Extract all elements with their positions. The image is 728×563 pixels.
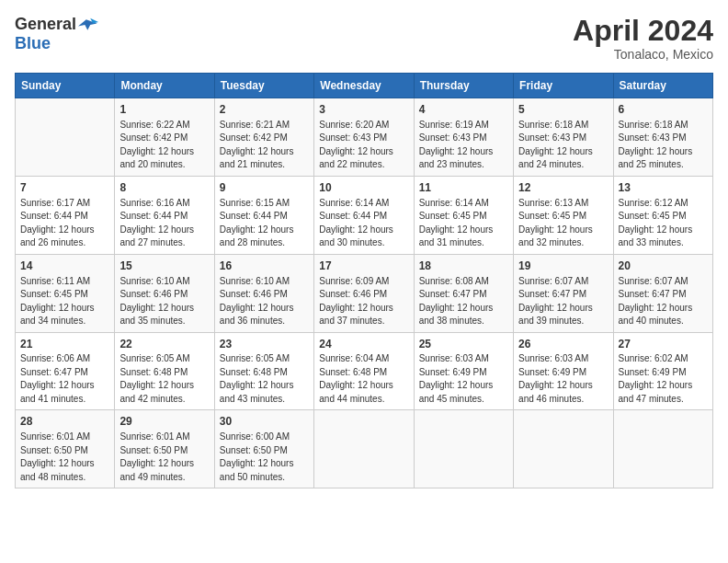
day-number: 10 [319, 180, 408, 196]
day-number: 7 [20, 180, 109, 196]
calendar-cell: 4Sunrise: 6:19 AMSunset: 6:43 PMDaylight… [414, 98, 513, 177]
calendar-cell: 26Sunrise: 6:03 AMSunset: 6:49 PMDayligh… [514, 332, 613, 410]
day-info: Sunrise: 6:11 AMSunset: 6:45 PMDaylight:… [20, 275, 109, 328]
logo-general: General [15, 16, 76, 34]
day-info: Sunrise: 6:03 AMSunset: 6:49 PMDaylight:… [518, 352, 608, 406]
day-info: Sunrise: 6:18 AMSunset: 6:43 PMDaylight:… [619, 119, 708, 172]
calendar-cell [16, 98, 115, 177]
calendar-cell: 18Sunrise: 6:08 AMSunset: 6:47 PMDayligh… [414, 254, 513, 332]
calendar-cell: 22Sunrise: 6:05 AMSunset: 6:48 PMDayligh… [115, 332, 214, 410]
calendar-cell: 17Sunrise: 6:09 AMSunset: 6:46 PMDayligh… [314, 254, 414, 332]
calendar-cell: 29Sunrise: 6:01 AMSunset: 6:50 PMDayligh… [115, 410, 214, 488]
calendar-cell: 6Sunrise: 6:18 AMSunset: 6:43 PMDaylight… [613, 98, 712, 177]
day-number: 2 [220, 102, 309, 118]
day-info: Sunrise: 6:22 AMSunset: 6:42 PMDaylight:… [119, 119, 209, 172]
day-info: Sunrise: 6:14 AMSunset: 6:45 PMDaylight:… [419, 197, 508, 250]
day-info: Sunrise: 6:10 AMSunset: 6:46 PMDaylight:… [119, 275, 209, 328]
calendar-header-row: SundayMondayTuesdayWednesdayThursdayFrid… [16, 74, 713, 98]
day-info: Sunrise: 6:09 AMSunset: 6:46 PMDaylight:… [319, 275, 408, 328]
day-number: 8 [119, 180, 209, 196]
day-number: 29 [119, 414, 209, 430]
col-header-friday: Friday [514, 74, 613, 98]
day-number: 21 [20, 337, 109, 352]
day-number: 1 [119, 102, 209, 118]
calendar-cell: 11Sunrise: 6:14 AMSunset: 6:45 PMDayligh… [414, 176, 513, 254]
calendar-cell: 20Sunrise: 6:07 AMSunset: 6:47 PMDayligh… [613, 254, 712, 332]
calendar-cell [514, 410, 613, 488]
calendar-cell: 23Sunrise: 6:05 AMSunset: 6:48 PMDayligh… [214, 332, 313, 410]
calendar-cell: 1Sunrise: 6:22 AMSunset: 6:42 PMDaylight… [115, 98, 214, 177]
day-number: 6 [619, 102, 708, 118]
col-header-saturday: Saturday [613, 74, 712, 98]
col-header-wednesday: Wednesday [314, 74, 414, 98]
day-number: 16 [220, 259, 309, 274]
calendar-cell: 10Sunrise: 6:14 AMSunset: 6:44 PMDayligh… [314, 176, 414, 254]
calendar-week-row: 1Sunrise: 6:22 AMSunset: 6:42 PMDaylight… [16, 98, 713, 177]
calendar-cell: 9Sunrise: 6:15 AMSunset: 6:44 PMDaylight… [214, 176, 313, 254]
page-header: General Blue April 2024 Tonalaco, Mexico [15, 15, 713, 62]
day-info: Sunrise: 6:19 AMSunset: 6:43 PMDaylight:… [419, 119, 508, 172]
day-info: Sunrise: 6:20 AMSunset: 6:43 PMDaylight:… [319, 119, 408, 172]
day-number: 4 [419, 102, 508, 118]
day-info: Sunrise: 6:08 AMSunset: 6:47 PMDaylight:… [419, 275, 508, 328]
day-info: Sunrise: 6:07 AMSunset: 6:47 PMDaylight:… [518, 275, 608, 328]
calendar-cell [314, 410, 414, 488]
day-number: 23 [220, 337, 309, 352]
day-info: Sunrise: 6:14 AMSunset: 6:44 PMDaylight:… [319, 197, 408, 250]
day-number: 27 [619, 337, 708, 352]
day-info: Sunrise: 6:05 AMSunset: 6:48 PMDaylight:… [220, 352, 309, 406]
calendar-cell [414, 410, 513, 488]
day-number: 20 [619, 259, 708, 274]
day-info: Sunrise: 6:00 AMSunset: 6:50 PMDaylight:… [220, 431, 309, 484]
day-number: 18 [419, 259, 508, 274]
day-info: Sunrise: 6:10 AMSunset: 6:46 PMDaylight:… [220, 275, 309, 328]
calendar-cell: 2Sunrise: 6:21 AMSunset: 6:42 PMDaylight… [214, 98, 313, 177]
col-header-tuesday: Tuesday [214, 74, 313, 98]
logo-blue: Blue [15, 35, 51, 53]
calendar-body: 1Sunrise: 6:22 AMSunset: 6:42 PMDaylight… [16, 98, 713, 488]
calendar-cell: 12Sunrise: 6:13 AMSunset: 6:45 PMDayligh… [514, 176, 613, 254]
calendar-cell: 3Sunrise: 6:20 AMSunset: 6:43 PMDaylight… [314, 98, 414, 177]
day-info: Sunrise: 6:04 AMSunset: 6:48 PMDaylight:… [319, 352, 408, 406]
calendar-cell: 27Sunrise: 6:02 AMSunset: 6:49 PMDayligh… [613, 332, 712, 410]
calendar-cell: 19Sunrise: 6:07 AMSunset: 6:47 PMDayligh… [514, 254, 613, 332]
calendar-cell: 28Sunrise: 6:01 AMSunset: 6:50 PMDayligh… [16, 410, 115, 488]
day-number: 24 [319, 337, 408, 352]
calendar-table: SundayMondayTuesdayWednesdayThursdayFrid… [15, 73, 713, 488]
calendar-cell: 14Sunrise: 6:11 AMSunset: 6:45 PMDayligh… [16, 254, 115, 332]
calendar-cell: 15Sunrise: 6:10 AMSunset: 6:46 PMDayligh… [115, 254, 214, 332]
calendar-cell: 21Sunrise: 6:06 AMSunset: 6:47 PMDayligh… [16, 332, 115, 410]
day-number: 28 [20, 414, 109, 430]
calendar-week-row: 28Sunrise: 6:01 AMSunset: 6:50 PMDayligh… [16, 410, 713, 488]
day-number: 17 [319, 259, 408, 274]
day-info: Sunrise: 6:02 AMSunset: 6:49 PMDaylight:… [619, 352, 708, 406]
day-number: 30 [220, 414, 309, 430]
day-info: Sunrise: 6:01 AMSunset: 6:50 PMDaylight:… [20, 431, 109, 484]
logo: General Blue [15, 15, 98, 53]
day-number: 22 [119, 337, 209, 352]
day-number: 11 [419, 180, 508, 196]
calendar-week-row: 7Sunrise: 6:17 AMSunset: 6:44 PMDaylight… [16, 176, 713, 254]
calendar-cell: 25Sunrise: 6:03 AMSunset: 6:49 PMDayligh… [414, 332, 513, 410]
day-info: Sunrise: 6:16 AMSunset: 6:44 PMDaylight:… [119, 197, 209, 250]
day-info: Sunrise: 6:05 AMSunset: 6:48 PMDaylight:… [119, 352, 209, 406]
col-header-thursday: Thursday [414, 74, 513, 98]
day-info: Sunrise: 6:21 AMSunset: 6:42 PMDaylight:… [220, 119, 309, 172]
subtitle: Tonalaco, Mexico [573, 47, 713, 62]
day-number: 12 [518, 180, 608, 196]
calendar-cell: 16Sunrise: 6:10 AMSunset: 6:46 PMDayligh… [214, 254, 313, 332]
day-number: 26 [518, 337, 608, 352]
calendar-cell: 7Sunrise: 6:17 AMSunset: 6:44 PMDaylight… [16, 176, 115, 254]
day-number: 25 [419, 337, 508, 352]
calendar-cell: 5Sunrise: 6:18 AMSunset: 6:43 PMDaylight… [514, 98, 613, 177]
calendar-cell [613, 410, 712, 488]
title-block: April 2024 Tonalaco, Mexico [573, 15, 713, 62]
day-info: Sunrise: 6:07 AMSunset: 6:47 PMDaylight:… [619, 275, 708, 328]
calendar-cell: 8Sunrise: 6:16 AMSunset: 6:44 PMDaylight… [115, 176, 214, 254]
day-info: Sunrise: 6:15 AMSunset: 6:44 PMDaylight:… [220, 197, 309, 250]
day-number: 5 [518, 102, 608, 118]
calendar-week-row: 21Sunrise: 6:06 AMSunset: 6:47 PMDayligh… [16, 332, 713, 410]
day-number: 13 [619, 180, 708, 196]
day-info: Sunrise: 6:17 AMSunset: 6:44 PMDaylight:… [20, 197, 109, 250]
calendar-cell: 30Sunrise: 6:00 AMSunset: 6:50 PMDayligh… [214, 410, 313, 488]
